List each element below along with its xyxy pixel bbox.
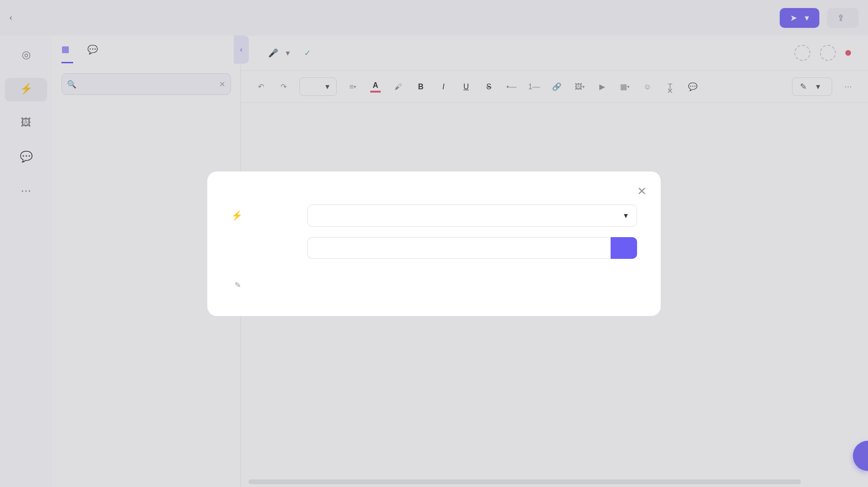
language-line: ✎ [231,281,637,290]
create-using-label: ⚡ [231,210,297,221]
chevron-down-icon: ▾ [624,211,628,221]
modal-overlay[interactable]: ✕ ⚡ ▾ [0,0,868,487]
keyword-input-wrap [307,237,637,259]
bolt-icon: ⚡ [231,210,243,221]
edit-icon[interactable]: ✎ [235,281,241,289]
close-button[interactable]: ✕ [637,185,647,198]
refresh-button[interactable] [611,237,637,259]
create-using-row: ⚡ ▾ [231,205,637,227]
modal-footer: ✎ [231,281,637,290]
keyword-row [231,237,637,259]
close-icon: ✕ [637,185,647,197]
keyword-input[interactable] [307,237,611,259]
create-using-select[interactable]: ▾ [307,205,637,227]
create-content-modal: ✕ ⚡ ▾ [207,171,661,316]
